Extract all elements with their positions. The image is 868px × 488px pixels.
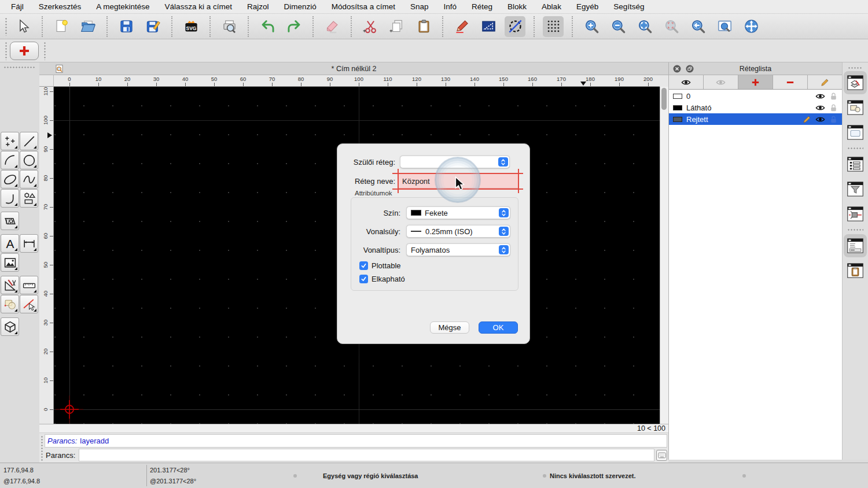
hatch-tool-button[interactable] (1, 212, 19, 230)
menu-segítség[interactable]: Segítség (606, 0, 652, 14)
menu-blokk[interactable]: Blokk (500, 0, 534, 14)
menu-válassza-ki-a-címet[interactable]: Válassza ki a címet (157, 0, 240, 14)
layer-lock-icon[interactable] (829, 103, 838, 113)
zoom-window-button[interactable] (661, 16, 682, 37)
text-tool-button[interactable]: A (1, 234, 19, 253)
show-all-layers-button[interactable] (669, 75, 704, 89)
elkapható-checkbox[interactable]: Elkapható (359, 275, 405, 283)
zoom-auto-button[interactable] (634, 16, 655, 37)
shapes-tool-button[interactable] (20, 189, 38, 208)
edit-layer-button[interactable] (808, 75, 842, 89)
ellipse-tool-button[interactable] (1, 170, 19, 188)
grid-toggle-button[interactable] (543, 16, 564, 37)
copy-button[interactable] (387, 16, 407, 37)
menu-fájl[interactable]: Fájl (3, 0, 31, 14)
points-tool-button[interactable] (1, 132, 19, 150)
menu-rajzol[interactable]: Rajzol (240, 0, 277, 14)
construction-lines-button[interactable] (505, 16, 525, 37)
horizontal-scrollbar[interactable]: 10 < 100 (39, 424, 668, 432)
layer-list-window-button[interactable] (844, 71, 867, 94)
layer-lock-icon[interactable] (829, 91, 838, 101)
redo-button[interactable] (284, 16, 304, 37)
y-axis-line (69, 87, 70, 424)
cursor-button[interactable] (13, 16, 34, 37)
menu-bar: FájlSzerkesztésA megtekintéseVálassza ki… (0, 0, 868, 14)
cut-button[interactable] (360, 16, 381, 37)
ok-button[interactable]: OK (479, 321, 518, 334)
menu-módosítsa-a-címet[interactable]: Módosítsa a címet (324, 0, 403, 14)
polyline-tool-button[interactable] (1, 189, 19, 208)
dimension-tool-button[interactable] (20, 234, 38, 253)
open-folder-button[interactable] (78, 16, 98, 37)
command-window-button[interactable] (844, 234, 867, 257)
filter-window-button[interactable] (844, 178, 867, 201)
menu-dimenzió[interactable]: Dimenzió (276, 0, 323, 14)
menu-szerkesztés[interactable]: Szerkesztés (31, 0, 89, 14)
layer-name: Rejtett (686, 115, 802, 124)
plottable-checkbox[interactable]: Plottable (359, 261, 401, 270)
circle-tool-button[interactable] (20, 151, 38, 169)
draft-mode-icon (481, 19, 496, 34)
menu-réteg[interactable]: Réteg (464, 0, 500, 14)
layer-row-látható[interactable]: Látható (669, 102, 842, 113)
layer-visibility-icon[interactable] (815, 114, 825, 124)
checkbox-check-icon (359, 261, 368, 270)
library-browser-window-button[interactable] (844, 121, 867, 144)
entity-list-window-button[interactable] (844, 153, 867, 176)
tool-options-window-button[interactable] (844, 202, 867, 225)
color-label: Szín: (343, 209, 400, 217)
arc-tool-button[interactable] (1, 151, 19, 169)
menu-egyéb[interactable]: Egyéb (569, 0, 606, 14)
measure-tool-button[interactable] (20, 276, 38, 294)
hide-all-layers-button[interactable] (704, 75, 738, 89)
save-as-button[interactable] (142, 16, 163, 37)
clipboard-window-button[interactable] (844, 259, 867, 282)
vertical-scrollbar[interactable] (660, 87, 668, 424)
color-select[interactable]: Fekete (406, 206, 510, 219)
menu-infó[interactable]: Infó (436, 0, 465, 14)
misc-draw-tool-button[interactable] (1, 276, 19, 294)
line-tool-button[interactable] (20, 132, 38, 150)
menu-ablak[interactable]: Ablak (534, 0, 569, 14)
new-document-button[interactable] (51, 16, 72, 37)
draft-mode-button[interactable] (478, 16, 499, 37)
layer-color-swatch (673, 94, 682, 99)
keyboard-toggle-button[interactable] (656, 450, 667, 461)
eraser-button[interactable] (322, 16, 343, 37)
draw-pencil-button[interactable] (451, 16, 472, 37)
add-layer-button[interactable] (738, 75, 773, 89)
layer-lock-icon[interactable] (829, 114, 838, 124)
cancel-button[interactable]: Mégse (430, 321, 469, 334)
modify-tool-button[interactable] (1, 295, 19, 313)
linetype-select[interactable]: Folyamatos (406, 243, 510, 256)
remove-layer-button[interactable] (773, 75, 808, 89)
solid-tool-button[interactable] (1, 317, 19, 336)
svg-export-button[interactable]: SVG (181, 16, 201, 37)
paste-button[interactable] (413, 16, 434, 37)
annotation-line (398, 169, 399, 193)
zoom-previous-button[interactable] (687, 16, 708, 37)
layer-visibility-icon[interactable] (815, 103, 825, 113)
layer-row-rejtett[interactable]: Rejtett (669, 113, 842, 125)
lineweight-select[interactable]: 0.25mm (ISO) (406, 225, 510, 238)
save-button[interactable] (116, 16, 137, 37)
layer-row-0[interactable]: 0 (669, 90, 842, 102)
zoom-out-button[interactable] (608, 16, 628, 37)
zoom-redraw-button[interactable] (714, 16, 735, 37)
zoom-in-button[interactable] (581, 16, 602, 37)
checkbox-label: Elkapható (372, 275, 405, 283)
block-list-window-button[interactable] (844, 96, 867, 119)
image-tool-button[interactable] (1, 253, 19, 272)
print-preview-button[interactable] (219, 16, 240, 37)
command-input[interactable] (79, 449, 654, 461)
add-layer-button[interactable] (10, 42, 39, 60)
layer-visibility-icon[interactable] (815, 91, 825, 101)
scrollbar-thumb[interactable] (661, 88, 667, 110)
edit-layer-icon[interactable] (802, 114, 812, 124)
menu-a-megtekintése[interactable]: A megtekintése (89, 0, 157, 14)
delete-tool-button[interactable] (20, 295, 38, 313)
menu-snap[interactable]: Snap (403, 0, 436, 14)
spline-tool-button[interactable] (20, 170, 38, 188)
undo-button[interactable] (257, 16, 278, 37)
zoom-pan-button[interactable] (741, 16, 762, 37)
